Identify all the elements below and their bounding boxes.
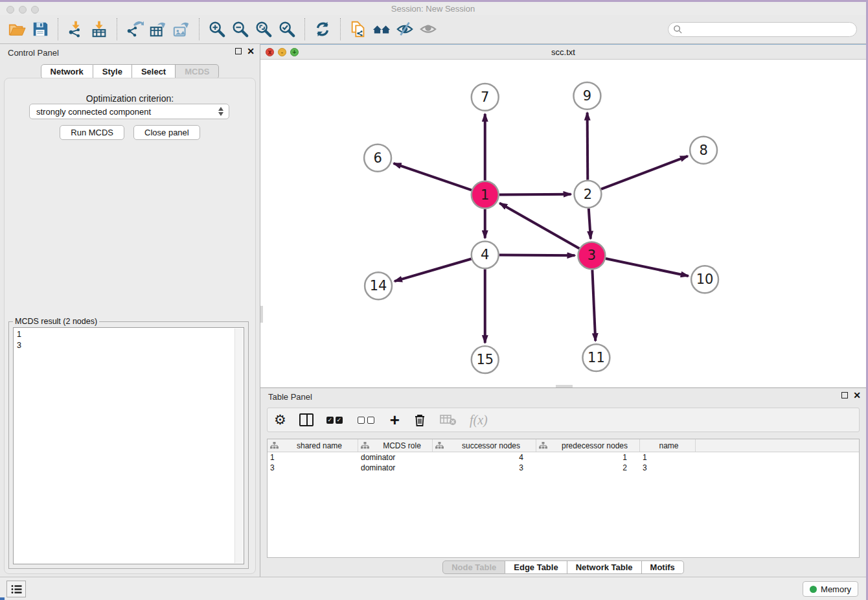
- window-titlebar: Session: New Session: [0, 2, 866, 15]
- node-10[interactable]: 10: [691, 266, 718, 293]
- splitter-handle[interactable]: [260, 306, 263, 323]
- criterion-select[interactable]: strongly connected component: [29, 104, 229, 119]
- select-all-columns-icon[interactable]: ✓✓: [326, 410, 345, 430]
- first-neighbors-refresh-icon[interactable]: [311, 17, 334, 41]
- toolbar-separator: [340, 18, 341, 40]
- table-row[interactable]: 1dominator411: [268, 452, 859, 463]
- table-header-row: shared nameMCDS rolesuccessor nodesprede…: [268, 439, 859, 452]
- memory-label: Memory: [821, 584, 851, 594]
- edge-4-3[interactable]: [499, 255, 575, 256]
- mcds-result-title: MCDS result (2 nodes): [13, 317, 99, 326]
- network-window-titlebar[interactable]: x - + scc.txt: [260, 45, 866, 60]
- close-panel-button[interactable]: Close panel: [133, 125, 200, 140]
- column-header-name[interactable]: name: [640, 439, 696, 452]
- show-columns-icon[interactable]: [299, 410, 314, 430]
- tab-network[interactable]: Network: [41, 64, 93, 79]
- search-input[interactable]: [668, 22, 857, 37]
- close-panel-icon[interactable]: ✕: [853, 392, 861, 398]
- float-panel-icon[interactable]: [841, 392, 848, 398]
- node-8[interactable]: 8: [690, 137, 717, 164]
- table-cell[interactable]: dominator: [358, 452, 433, 463]
- function-builder-icon: f(x): [470, 410, 488, 430]
- export-table-icon[interactable]: [146, 17, 170, 41]
- table-cell[interactable]: 3: [268, 463, 358, 473]
- zoom-selected-icon[interactable]: [275, 17, 299, 41]
- node-3[interactable]: 3: [578, 242, 605, 269]
- column-header-predecessor-nodes[interactable]: predecessor nodes: [536, 439, 640, 452]
- edge-2-9[interactable]: [588, 113, 588, 180]
- zoom-in-icon[interactable]: [205, 17, 229, 41]
- task-history-button[interactable]: [6, 581, 26, 597]
- node-11[interactable]: 11: [582, 344, 610, 371]
- window-title: Session: New Session: [0, 4, 866, 14]
- edge-3-10[interactable]: [606, 259, 689, 276]
- table-cell[interactable]: 1: [268, 452, 358, 463]
- table-options-gear-icon[interactable]: ⚙: [274, 410, 286, 430]
- table-row[interactable]: 3dominator323: [268, 463, 859, 473]
- table-cell[interactable]: dominator: [358, 463, 433, 473]
- open-session-icon[interactable]: [5, 17, 29, 41]
- export-network-icon[interactable]: [123, 17, 146, 41]
- node-2[interactable]: 2: [574, 181, 601, 208]
- table-cell[interactable]: 2: [536, 463, 640, 473]
- import-network-icon[interactable]: [64, 17, 87, 41]
- close-panel-icon[interactable]: ✕: [247, 48, 255, 54]
- tab-motifs[interactable]: Motifs: [642, 560, 684, 574]
- hide-network-eye-icon[interactable]: [393, 17, 417, 41]
- tab-style[interactable]: Style: [93, 64, 132, 79]
- network-window-title: scc.txt: [260, 47, 866, 57]
- import-table-icon[interactable]: [87, 17, 111, 41]
- tab-node-table[interactable]: Node Table: [442, 560, 505, 574]
- table-panel-tabs: Node TableEdge TableNetwork TableMotifs: [260, 560, 866, 574]
- node-15[interactable]: 15: [472, 346, 499, 373]
- tab-edge-table[interactable]: Edge Table: [505, 560, 567, 574]
- edge-2-8[interactable]: [601, 156, 688, 189]
- mcds-result-text[interactable]: 1 3: [13, 327, 244, 564]
- node-table[interactable]: shared nameMCDS rolesuccessor nodesprede…: [267, 439, 860, 558]
- node-9[interactable]: 9: [573, 82, 600, 110]
- table-cell[interactable]: 1: [536, 452, 640, 463]
- column-header-MCDS-role[interactable]: MCDS role: [358, 439, 433, 452]
- zoom-out-icon[interactable]: [229, 17, 252, 41]
- edge-3-11[interactable]: [592, 270, 595, 341]
- node-7[interactable]: 7: [472, 84, 499, 111]
- edge-3-1[interactable]: [499, 203, 579, 248]
- edge-4-14[interactable]: [394, 259, 472, 282]
- node-14[interactable]: 14: [365, 272, 392, 299]
- table-cell[interactable]: 3: [640, 463, 696, 473]
- desktop-background-artifact: [0, 597, 5, 600]
- save-session-icon[interactable]: [29, 17, 52, 41]
- column-tree-icon: [435, 442, 444, 449]
- unselect-all-columns-icon[interactable]: [358, 410, 377, 430]
- application-window: Session: New Session: [0, 2, 866, 600]
- show-network-eye-icon[interactable]: [417, 17, 440, 41]
- copy-network-icon[interactable]: [347, 17, 370, 41]
- node-label: 11: [588, 350, 605, 365]
- edge-2-3[interactable]: [589, 209, 591, 239]
- tab-select[interactable]: Select: [132, 64, 176, 79]
- node-6[interactable]: 6: [364, 144, 391, 172]
- show-all-networks-icon[interactable]: [370, 17, 393, 41]
- network-canvas[interactable]: 7968124314101511: [260, 60, 866, 387]
- column-header-shared-name[interactable]: shared name: [268, 439, 358, 452]
- export-image-icon[interactable]: [170, 17, 193, 41]
- table-cell[interactable]: 4: [433, 452, 536, 463]
- toolbar-separator: [117, 18, 117, 40]
- node-1[interactable]: 1: [472, 181, 499, 209]
- memory-button[interactable]: Memory: [803, 581, 858, 597]
- scrollbar-track[interactable]: [234, 329, 243, 563]
- column-header-successor-nodes[interactable]: successor nodes: [433, 439, 536, 452]
- tab-network-table[interactable]: Network Table: [567, 560, 642, 574]
- run-mcds-button[interactable]: Run MCDS: [60, 125, 124, 140]
- status-bar: Memory: [0, 577, 866, 600]
- delete-column-trash-icon[interactable]: [413, 410, 427, 430]
- float-panel-icon[interactable]: [235, 48, 242, 54]
- table-cell[interactable]: 3: [433, 463, 536, 473]
- add-column-icon[interactable]: +: [390, 410, 400, 430]
- node-4[interactable]: 4: [472, 241, 499, 268]
- edge-1-6[interactable]: [394, 163, 472, 190]
- table-cell[interactable]: 1: [640, 452, 696, 463]
- zoom-fit-icon[interactable]: [252, 17, 275, 41]
- tab-mcds[interactable]: MCDS: [176, 64, 219, 79]
- edge-1-2[interactable]: [499, 194, 571, 195]
